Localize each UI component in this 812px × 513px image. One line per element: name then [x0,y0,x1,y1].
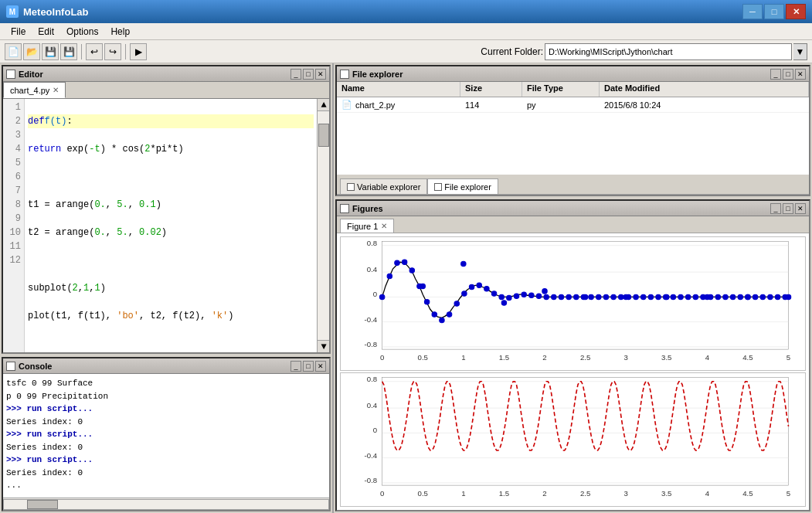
col-type[interactable]: File Type [522,82,600,97]
console-bottom-bar [3,498,329,510]
svg-point-42 [454,301,459,306]
svg-text:1.5: 1.5 [499,353,509,362]
menu-help[interactable]: Help [104,25,136,39]
editor-close-btn[interactable]: ✕ [315,69,326,80]
svg-point-68 [648,294,653,299]
editor-tab-close[interactable]: ✕ [53,86,59,94]
svg-text:2.5: 2.5 [580,489,590,498]
code-line-1: def f(t): [28,114,314,128]
svg-point-75 [701,294,705,299]
figures-restore-btn[interactable]: □ [783,203,793,214]
save-as-button[interactable]: 💾 [60,43,77,60]
svg-text:5: 5 [787,353,790,362]
svg-point-54 [544,294,549,299]
console-h-scrollbar[interactable] [3,499,329,510]
sec-tab-variable-explorer[interactable]: Variable explorer [340,178,427,194]
svg-point-22 [379,294,384,299]
svg-text:1: 1 [461,489,465,498]
menu-options[interactable]: Options [60,25,104,39]
editor-scrollbar[interactable]: ▲ ▼ [317,99,329,352]
code-line-7: subplot(2,1,1) [28,281,314,295]
svg-point-61 [596,294,601,299]
svg-text:-0.8: -0.8 [365,340,378,348]
open-button[interactable]: 📂 [23,43,40,60]
code-content[interactable]: def f(t): return exp(-t) * cos(2*pi*t) t… [25,99,317,352]
svg-point-35 [402,260,406,264]
svg-point-40 [440,318,444,322]
scrollbar-down-arrow[interactable]: ▼ [318,340,329,352]
figure-tab-1[interactable]: Figure 1 ✕ [340,219,394,233]
svg-text:-0.4: -0.4 [365,315,378,324]
code-editor[interactable]: 12345 678910 1112 def f(t): return exp(-… [3,99,329,352]
console-close-btn[interactable]: ✕ [315,361,326,372]
svg-point-83 [760,294,765,299]
scrollbar-up-arrow[interactable]: ▲ [318,99,329,111]
svg-point-43 [462,291,467,296]
sec-tab-file-explorer[interactable]: File explorer [427,178,498,194]
file-table-header: Name Size File Type Date Modified [337,82,809,97]
editor-tab-chart4[interactable]: chart_4.py ✕ [3,82,66,98]
run-button[interactable]: ▶ [130,43,147,60]
file-name-text-1: chart_2.py [355,100,395,110]
svg-point-47 [491,291,496,296]
file-explorer-header: File explorer _ □ ✕ [337,66,809,82]
console-content[interactable]: tsfc 0 99 Surface p 0 99 Precipitation >… [3,374,329,498]
svg-text:0.4: 0.4 [367,265,378,273]
svg-point-33 [387,273,392,278]
redo-button[interactable]: ↪ [104,43,121,60]
menu-edit[interactable]: Edit [32,25,60,39]
scrollbar-thumb[interactable] [318,124,329,147]
svg-point-44 [469,284,474,289]
file-row-1[interactable]: 📄 chart_2.py 114 py 2015/6/8 10:24 [337,97,809,113]
console-checkbox[interactable] [6,362,15,371]
col-date[interactable]: Date Modified [600,82,809,97]
file-explorer-checkbox[interactable] [340,70,349,79]
svg-point-67 [641,294,646,299]
svg-text:-0.8: -0.8 [365,476,378,484]
svg-point-84 [768,294,773,299]
svg-point-45 [477,283,481,287]
file-explorer-minimize-btn[interactable]: _ [770,69,781,80]
folder-dropdown-button[interactable]: ▼ [793,43,807,60]
new-button[interactable]: 📄 [5,43,22,60]
editor-minimize-btn[interactable]: _ [290,69,301,80]
figures-minimize-btn[interactable]: _ [770,203,781,214]
menu-file[interactable]: File [5,25,32,39]
svg-point-82 [753,294,757,299]
chart-2-svg: 0.8 0.4 0 -0.4 -0.8 0 0.5 [341,373,805,506]
svg-text:0.8: 0.8 [367,375,377,383]
svg-point-65 [626,294,630,299]
file-icon-1: 📄 [341,100,352,110]
figures-tab-bar: Figure 1 ✕ [337,216,809,233]
maximize-button[interactable]: □ [764,4,784,19]
svg-text:0.8: 0.8 [367,239,377,247]
console-line-6: Series index: 0 [6,441,326,454]
console-restore-btn[interactable]: □ [303,361,314,372]
figures-checkbox[interactable] [340,204,349,213]
current-folder-input[interactable] [545,43,792,60]
editor-checkbox[interactable] [6,70,15,79]
svg-point-64 [619,294,623,299]
svg-text:4.5: 4.5 [742,489,753,498]
minimize-button[interactable]: ─ [742,4,763,19]
col-size[interactable]: Size [460,82,522,97]
close-button[interactable]: ✕ [786,4,806,19]
svg-point-34 [395,260,399,265]
console-line-3: >>> run script... [6,403,326,416]
figure-tab-1-close[interactable]: ✕ [381,222,387,230]
svg-text:3.5: 3.5 [661,353,671,362]
figures-close-btn[interactable]: ✕ [795,203,806,214]
console-h-scrollbar-thumb[interactable] [27,500,58,509]
svg-point-73 [685,294,690,299]
file-explorer-restore-btn[interactable]: □ [783,69,793,80]
svg-point-39 [432,312,437,317]
file-explorer-close-btn[interactable]: ✕ [795,69,806,80]
toolbar-sep-1 [81,44,82,59]
save-button[interactable]: 💾 [42,43,59,60]
console-minimize-btn[interactable]: _ [290,361,301,372]
undo-button[interactable]: ↩ [86,43,103,60]
svg-point-38 [424,300,429,304]
code-line-9 [28,337,314,351]
editor-restore-btn[interactable]: □ [303,69,314,80]
col-name[interactable]: Name [337,82,460,97]
